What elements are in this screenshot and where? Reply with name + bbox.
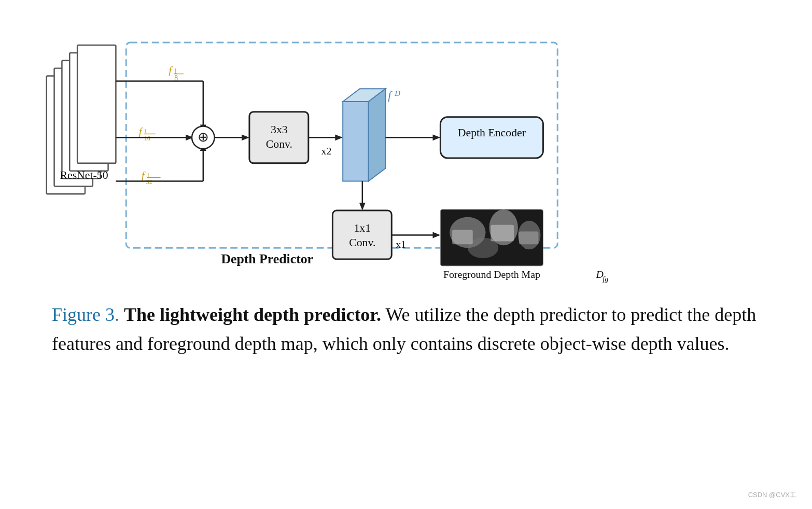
f-1-16-label: f xyxy=(139,125,143,137)
x2-label: x2 xyxy=(321,145,332,157)
arrowhead-feat-conv1 xyxy=(359,203,366,210)
f-1-16-denom: 16 xyxy=(144,135,150,142)
depth-predictor-label: Depth Predictor xyxy=(221,251,313,266)
svg-rect-8 xyxy=(343,102,369,181)
fg-depth-map-label: Foreground Depth Map xyxy=(443,268,540,280)
main-container: ResNet-50 Depth Predictor f 1 8 f 1 16 xyxy=(0,0,812,509)
depth-encoder-label-line1: Depth Encoder xyxy=(458,126,526,139)
conv1x1-box xyxy=(332,210,391,259)
conv1x1-label-line2: Conv. xyxy=(349,236,375,249)
resnet-label: ResNet-50 xyxy=(60,169,108,181)
diagram-area: ResNet-50 Depth Predictor f 1 8 f 1 16 xyxy=(31,21,781,290)
svg-rect-4 xyxy=(77,45,116,163)
svg-rect-18 xyxy=(519,232,539,245)
x1-label: x1 xyxy=(396,238,406,250)
arrowhead-feat-de xyxy=(433,134,441,140)
svg-rect-16 xyxy=(452,230,473,245)
conv3x3-label-line1: 3x3 xyxy=(271,123,288,136)
resnet-block: ResNet-50 xyxy=(47,45,116,194)
caption-area: Figure 3. The lightweight depth predicto… xyxy=(31,290,781,493)
caption-figure-num: Figure 3. xyxy=(52,304,119,325)
feature-map-3d xyxy=(343,89,385,181)
arrowhead-conv3-feat xyxy=(335,134,343,140)
caption-bold-part: The lightweight depth predictor. xyxy=(124,304,381,325)
caption-text: Figure 3. The lightweight depth predicto… xyxy=(52,301,760,359)
conv1x1-label-line1: 1x1 xyxy=(354,222,371,234)
svg-marker-10 xyxy=(369,89,386,181)
fD-label: f xyxy=(388,89,393,102)
architecture-diagram: ResNet-50 Depth Predictor f 1 8 f 1 16 xyxy=(31,21,781,290)
f-1-8-label: f xyxy=(169,64,173,76)
conv3x3-label-line2: Conv. xyxy=(266,138,292,150)
sum-symbol: ⊕ xyxy=(198,130,209,145)
svg-rect-17 xyxy=(491,225,514,242)
f-1-32-denom: 32 xyxy=(146,178,152,186)
arrowhead-conv1-depthmap xyxy=(433,232,441,238)
arrowhead-sum-conv3 xyxy=(242,134,249,140)
watermark: CSDN @CVX工 xyxy=(748,490,796,500)
D-fg-subscript: fg xyxy=(603,275,608,283)
f-1-32-label: f xyxy=(142,169,146,181)
fD-subscript: D xyxy=(394,89,400,97)
